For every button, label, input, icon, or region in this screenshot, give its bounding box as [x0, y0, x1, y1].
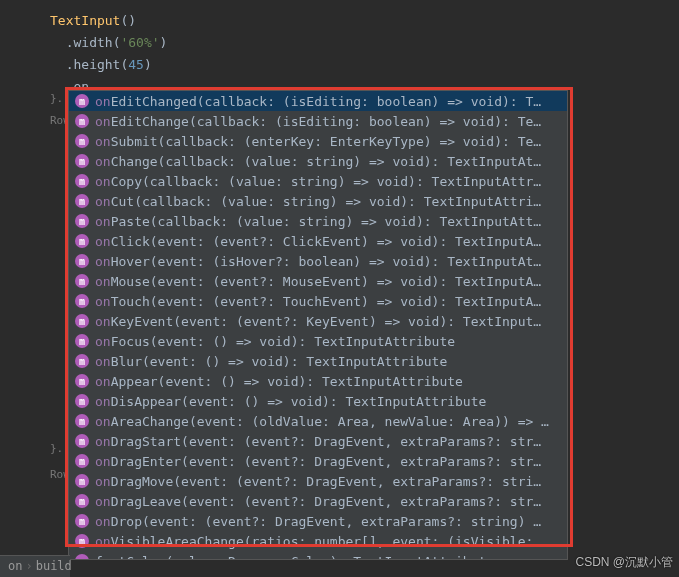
method-icon: m — [75, 254, 89, 268]
completion-signature: onKeyEvent(event: (event?: KeyEvent) => … — [95, 314, 541, 329]
completion-item[interactable]: monDrop(event: (event?: DragEvent, extra… — [69, 511, 567, 531]
completion-item[interactable]: monMouse(event: (event?: MouseEvent) => … — [69, 271, 567, 291]
completion-signature: onAppear(event: () => void): TextInputAt… — [95, 374, 463, 389]
completion-item[interactable]: monDragMove(event: (event?: DragEvent, e… — [69, 471, 567, 491]
completion-item[interactable]: monKeyEvent(event: (event?: KeyEvent) =>… — [69, 311, 567, 331]
completion-item[interactable]: monClick(event: (event?: ClickEvent) => … — [69, 231, 567, 251]
completion-signature: onBlur(event: () => void): TextInputAttr… — [95, 354, 447, 369]
completion-item[interactable]: monPaste(callback: (value: string) => vo… — [69, 211, 567, 231]
crumb-2[interactable]: build — [36, 559, 72, 573]
completion-item[interactable]: monVisibleAreaChange(ratios: number[], e… — [69, 531, 567, 551]
completion-signature: onHover(event: (isHover?: boolean) => vo… — [95, 254, 541, 269]
faded-brace-2: }. — [50, 442, 63, 455]
completion-signature: onChange(callback: (value: string) => vo… — [95, 154, 541, 169]
completion-item[interactable]: mfontColor(value: ResourceColor): TextIn… — [69, 551, 567, 559]
method-icon: m — [75, 154, 89, 168]
completion-item[interactable]: monFocus(event: () => void): TextInputAt… — [69, 331, 567, 351]
method-icon: m — [75, 454, 89, 468]
method-icon: m — [75, 354, 89, 368]
code-editor[interactable]: TextInput() .width('60%') .height(45) .o… — [0, 0, 679, 98]
completion-signature: onTouch(event: (event?: TouchEvent) => v… — [95, 294, 541, 309]
completion-signature: onDragMove(event: (event?: DragEvent, ex… — [95, 474, 541, 489]
completion-signature: onCopy(callback: (value: string) => void… — [95, 174, 541, 189]
crumb-1[interactable]: on — [8, 559, 22, 573]
method-icon: m — [75, 194, 89, 208]
watermark: CSDN @沉默小管 — [575, 554, 673, 571]
breadcrumb[interactable]: on›build — [0, 555, 70, 577]
method-icon: m — [75, 334, 89, 348]
method-icon: m — [75, 554, 89, 559]
completion-signature: onMouse(event: (event?: MouseEvent) => v… — [95, 274, 541, 289]
completion-item[interactable]: monDisAppear(event: () => void): TextInp… — [69, 391, 567, 411]
autocomplete-popup: monEditChanged(callback: (isEditing: boo… — [68, 90, 568, 560]
completion-signature: onCut(callback: (value: string) => void)… — [95, 194, 541, 209]
completion-signature: onDragEnter(event: (event?: DragEvent, e… — [95, 454, 541, 469]
method-icon: m — [75, 434, 89, 448]
completion-item[interactable]: monEditChanged(callback: (isEditing: boo… — [69, 91, 567, 111]
completion-item[interactable]: monCut(callback: (value: string) => void… — [69, 191, 567, 211]
method-icon: m — [75, 294, 89, 308]
completion-item[interactable]: monChange(callback: (value: string) => v… — [69, 151, 567, 171]
method-icon: m — [75, 214, 89, 228]
completion-item[interactable]: monCopy(callback: (value: string) => voi… — [69, 171, 567, 191]
class-name: TextInput — [50, 13, 120, 28]
completion-item[interactable]: monTouch(event: (event?: TouchEvent) => … — [69, 291, 567, 311]
autocomplete-list[interactable]: monEditChanged(callback: (isEditing: boo… — [69, 91, 567, 559]
method-icon: m — [75, 394, 89, 408]
method-icon: m — [75, 114, 89, 128]
completion-signature: onAreaChange(event: (oldValue: Area, new… — [95, 414, 549, 429]
completion-signature: onDragStart(event: (event?: DragEvent, e… — [95, 434, 541, 449]
completion-item[interactable]: monDragEnter(event: (event?: DragEvent, … — [69, 451, 567, 471]
completion-item[interactable]: monAreaChange(event: (oldValue: Area, ne… — [69, 411, 567, 431]
completion-item[interactable]: monEditChange(callback: (isEditing: bool… — [69, 111, 567, 131]
completion-item[interactable]: monHover(event: (isHover?: boolean) => v… — [69, 251, 567, 271]
completion-signature: onPaste(callback: (value: string) => voi… — [95, 214, 541, 229]
completion-item[interactable]: monBlur(event: () => void): TextInputAtt… — [69, 351, 567, 371]
completion-signature: onFocus(event: () => void): TextInputAtt… — [95, 334, 455, 349]
completion-signature: onDragLeave(event: (event?: DragEvent, e… — [95, 494, 541, 509]
method-icon: m — [75, 174, 89, 188]
faded-row-2: Row — [50, 468, 70, 481]
method-icon: m — [75, 94, 89, 108]
method-icon: m — [75, 134, 89, 148]
method-icon: m — [75, 274, 89, 288]
method-icon: m — [75, 414, 89, 428]
method-icon: m — [75, 494, 89, 508]
completion-item[interactable]: monDragLeave(event: (event?: DragEvent, … — [69, 491, 567, 511]
faded-row-1: Row — [50, 114, 70, 127]
completion-signature: fontColor(value: ResourceColor): TextInp… — [95, 554, 494, 560]
completion-signature: onEditChanged(callback: (isEditing: bool… — [95, 94, 541, 109]
method-icon: m — [75, 314, 89, 328]
completion-signature: onSubmit(callback: (enterKey: EnterKeyTy… — [95, 134, 541, 149]
method-icon: m — [75, 234, 89, 248]
method-icon: m — [75, 374, 89, 388]
completion-signature: onEditChange(callback: (isEditing: boole… — [95, 114, 541, 129]
completion-signature: onDrop(event: (event?: DragEvent, extraP… — [95, 514, 541, 529]
completion-signature: onClick(event: (event?: ClickEvent) => v… — [95, 234, 541, 249]
chevron-right-icon: › — [25, 559, 32, 573]
method-icon: m — [75, 514, 89, 528]
completion-item[interactable]: monSubmit(callback: (enterKey: EnterKeyT… — [69, 131, 567, 151]
completion-signature: onVisibleAreaChange(ratios: number[], ev… — [95, 534, 541, 549]
method-icon: m — [75, 474, 89, 488]
completion-item[interactable]: monDragStart(event: (event?: DragEvent, … — [69, 431, 567, 451]
faded-brace: }. — [50, 92, 63, 105]
completion-item[interactable]: monAppear(event: () => void): TextInputA… — [69, 371, 567, 391]
method-icon: m — [75, 534, 89, 548]
completion-signature: onDisAppear(event: () => void): TextInpu… — [95, 394, 486, 409]
